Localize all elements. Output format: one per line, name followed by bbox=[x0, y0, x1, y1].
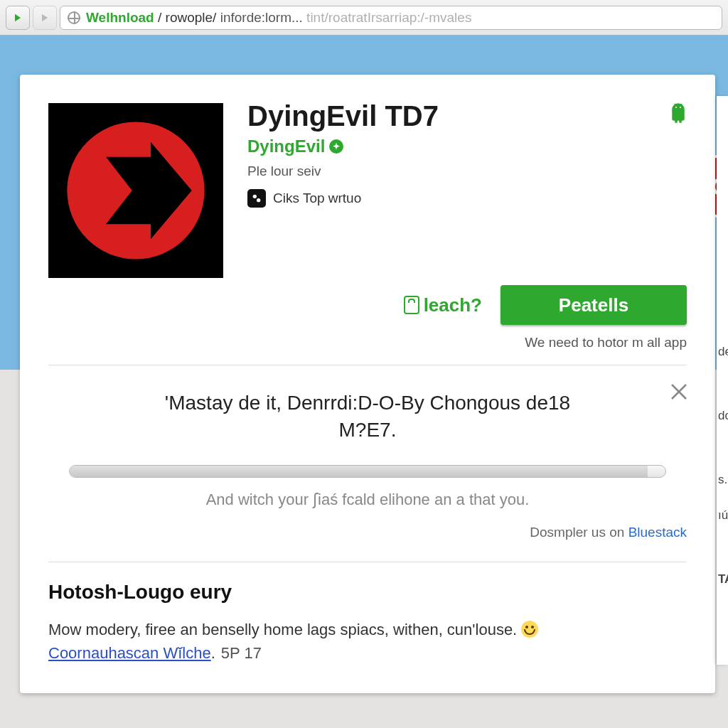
smile-emoji-icon bbox=[521, 621, 538, 638]
action-row: leach? Peatells bbox=[20, 285, 715, 335]
developer-link[interactable]: DyingEvil ✦ bbox=[247, 136, 687, 156]
side-item[interactable]: ıús bbox=[717, 508, 728, 572]
app-title: DyingEvil TD7 bbox=[247, 100, 687, 132]
close-icon[interactable] bbox=[668, 381, 690, 405]
side-item[interactable]: do bbox=[717, 409, 728, 473]
progress-fill bbox=[70, 466, 648, 477]
app-card: DyingEvil TD7 DyingEvil ✦ Ple lour seiv … bbox=[20, 75, 715, 693]
wishlist-link[interactable]: leach? bbox=[404, 294, 482, 316]
nav-back-button[interactable] bbox=[6, 6, 30, 30]
promo-title: 'Mastay de it, Denrrdi:D-O-By Chongous d… bbox=[105, 390, 631, 444]
address-bar[interactable]: Welhnload / rowople/ inforde:lorm... tin… bbox=[60, 6, 722, 30]
globe-icon bbox=[68, 11, 80, 24]
verified-badge-icon: ✦ bbox=[329, 139, 343, 154]
side-item[interactable]: de bbox=[717, 345, 728, 409]
side-item[interactable]: s.it bbox=[717, 473, 728, 508]
install-subnote: We need to hotor m all app bbox=[20, 335, 715, 365]
nav-forward-button[interactable] bbox=[33, 6, 57, 30]
description-section: Hotosh-Lougo eury Mow modery, firee an b… bbox=[20, 562, 715, 693]
description-body: Mow modery, firee an benselly home lags … bbox=[48, 618, 687, 665]
right-side-strip: de do s.it ıús TA bbox=[717, 96, 728, 665]
category-row[interactable]: Ciks Top wrtuo bbox=[247, 189, 687, 208]
category-chip-icon bbox=[247, 189, 266, 208]
svg-point-3 bbox=[675, 107, 677, 108]
side-item[interactable]: TA bbox=[717, 572, 728, 636]
app-icon bbox=[48, 103, 223, 278]
description-link[interactable]: Coornauhascan Wĭlche bbox=[48, 644, 211, 662]
wishlist-icon bbox=[404, 296, 419, 314]
app-header: DyingEvil TD7 DyingEvil ✦ Ple lour seiv … bbox=[20, 75, 715, 285]
svg-point-2 bbox=[257, 198, 260, 202]
svg-point-4 bbox=[680, 107, 681, 108]
bluestack-link[interactable]: Bluestack bbox=[628, 525, 687, 540]
promo-link-row: Dosmpler us on Bluestack bbox=[48, 525, 687, 540]
progress-bar[interactable] bbox=[69, 465, 666, 478]
promo-subtitle: And witch your ʃiaś fcald elihone an a t… bbox=[48, 491, 687, 509]
description-heading: Hotosh-Lougo eury bbox=[48, 581, 687, 604]
svg-point-1 bbox=[253, 195, 257, 198]
promo-panel: 'Mastay de it, Denrrdi:D-O-By Chongous d… bbox=[20, 365, 715, 562]
app-subtitle: Ple lour seiv bbox=[247, 164, 687, 179]
android-icon bbox=[670, 103, 687, 126]
install-button[interactable]: Peatells bbox=[500, 285, 687, 325]
url-text: Welhnload / rowople/ inforde:lorm... tin… bbox=[86, 10, 471, 26]
browser-toolbar: Welhnload / rowople/ inforde:lorm... tin… bbox=[0, 0, 728, 36]
